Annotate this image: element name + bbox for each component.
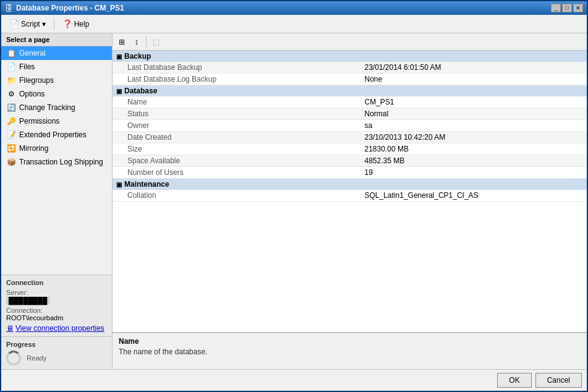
table-row: Status Normal bbox=[113, 108, 587, 120]
script-icon: 📄 bbox=[9, 19, 19, 28]
sidebar-item-change-tracking[interactable]: 🔄 Change Tracking bbox=[1, 101, 112, 114]
prop-label: Status bbox=[113, 108, 350, 120]
table-row: Name CM_PS1 bbox=[113, 96, 587, 108]
table-row: Date Created 23/10/2013 10:42:20 AM bbox=[113, 132, 587, 143]
connection-value: ROOT\lecourbadm bbox=[6, 314, 107, 322]
prop-value: None bbox=[350, 74, 587, 85]
progress-header: Progress bbox=[6, 341, 107, 348]
sidebar-item-options[interactable]: ⚙ Options bbox=[1, 87, 112, 101]
script-label: Script bbox=[21, 20, 40, 28]
progress-status: Ready bbox=[27, 354, 46, 362]
section-backup: ▣ Backup bbox=[113, 51, 587, 62]
toolbar: 📄 Script ▾ ❓ Help bbox=[1, 15, 587, 33]
options-icon: ⚙ bbox=[6, 89, 16, 99]
progress-spinner bbox=[6, 351, 21, 365]
table-row: Last Database Backup 23/01/2014 6:01:50 … bbox=[113, 62, 587, 74]
connection-label: Connection: bbox=[6, 307, 107, 314]
alphabetical-icon: ↕ bbox=[135, 37, 139, 46]
properties-area: ▣ Backup Last Database Backup 23/01/2014… bbox=[113, 51, 587, 332]
script-dropdown-icon: ▾ bbox=[42, 20, 46, 28]
transaction-log-icon: 📦 bbox=[6, 157, 16, 167]
ok-button[interactable]: OK bbox=[497, 373, 531, 388]
sidebar-item-label-files: Files bbox=[19, 62, 35, 71]
prop-value: 23/01/2014 6:01:50 AM bbox=[350, 62, 587, 74]
table-row: Owner sa bbox=[113, 120, 587, 132]
categorized-icon: ⊞ bbox=[119, 38, 125, 46]
permissions-icon: 🔑 bbox=[6, 116, 16, 126]
content-toolbar: ⊞ ↕ ⬚ bbox=[113, 33, 587, 51]
cancel-button[interactable]: Cancel bbox=[535, 373, 582, 388]
section-database: ▣ Database bbox=[113, 85, 587, 97]
sidebar-item-label-mirroring: Mirroring bbox=[19, 144, 48, 153]
properties-table: ▣ Backup Last Database Backup 23/01/2014… bbox=[113, 51, 587, 202]
progress-section: Progress Ready bbox=[1, 336, 112, 369]
table-row: Collation SQL_Latin1_General_CP1_CI_AS bbox=[113, 190, 587, 202]
toolbar-separator bbox=[54, 18, 54, 30]
sidebar-item-files[interactable]: 📄 Files bbox=[1, 60, 112, 74]
files-icon: 📄 bbox=[6, 62, 16, 72]
main-body: Select a page 📋 General 📄 Files 📁 Filegr… bbox=[1, 33, 587, 369]
script-button[interactable]: 📄 Script ▾ bbox=[5, 17, 50, 30]
database-section-title: Database bbox=[124, 87, 157, 95]
extended-properties-icon: 📝 bbox=[6, 130, 16, 140]
property-pages-button: ⬚ bbox=[149, 35, 163, 49]
database-section-header: ▣ Database bbox=[113, 85, 587, 96]
maximize-button[interactable]: □ bbox=[562, 4, 572, 12]
categorized-view-button[interactable]: ⊞ bbox=[115, 35, 129, 49]
sidebar: Select a page 📋 General 📄 Files 📁 Filegr… bbox=[1, 33, 113, 369]
alphabetical-view-button[interactable]: ↕ bbox=[130, 35, 143, 49]
minimize-button[interactable]: _ bbox=[551, 4, 561, 12]
sidebar-item-general[interactable]: 📋 General bbox=[1, 46, 112, 60]
table-row: Number of Users 19 bbox=[113, 167, 587, 179]
table-row: Space Available 4852.35 MB bbox=[113, 155, 587, 167]
sidebar-item-label-permissions: Permissions bbox=[19, 117, 59, 126]
sidebar-item-label-filegroups: Filegroups bbox=[19, 76, 54, 85]
title-bar-controls: _ □ ✕ bbox=[551, 4, 583, 12]
table-row: Last Database Log Backup None bbox=[113, 74, 587, 85]
table-row: Size 21830.00 MB bbox=[113, 143, 587, 155]
change-tracking-icon: 🔄 bbox=[6, 103, 16, 113]
mirroring-icon: 🔁 bbox=[6, 143, 16, 153]
prop-label: Collation bbox=[113, 190, 350, 202]
property-pages-icon: ⬚ bbox=[153, 38, 160, 46]
content-area: ⊞ ↕ ⬚ ▣ bbox=[113, 33, 587, 369]
help-icon: ❓ bbox=[62, 19, 72, 28]
close-button[interactable]: ✕ bbox=[573, 4, 583, 12]
help-button[interactable]: ❓ Help bbox=[58, 17, 94, 30]
prop-value: 4852.35 MB bbox=[350, 155, 587, 167]
sidebar-item-transaction-log-shipping[interactable]: 📦 Transaction Log Shipping bbox=[1, 155, 112, 169]
prop-label: Last Database Log Backup bbox=[113, 74, 350, 85]
connection-link-icon: 🖥 bbox=[6, 324, 14, 333]
prop-value: sa bbox=[350, 120, 587, 132]
server-value: ████████ bbox=[6, 297, 49, 304]
sidebar-item-permissions[interactable]: 🔑 Permissions bbox=[1, 114, 112, 128]
footer: OK Cancel bbox=[1, 369, 587, 391]
maintenance-section-header: ▣ Maintenance bbox=[113, 179, 587, 190]
prop-label: Number of Users bbox=[113, 167, 350, 179]
maintenance-section-title: Maintenance bbox=[124, 180, 169, 189]
backup-section-header: ▣ Backup bbox=[113, 51, 587, 62]
window-icon: 🗄 bbox=[5, 4, 13, 13]
sidebar-item-filegroups[interactable]: 📁 Filegroups bbox=[1, 74, 112, 87]
sidebar-item-mirroring[interactable]: 🔁 Mirroring bbox=[1, 142, 112, 155]
sidebar-item-extended-properties[interactable]: 📝 Extended Properties bbox=[1, 128, 112, 142]
sidebar-item-label-general: General bbox=[19, 49, 46, 58]
sidebar-item-label-extended-properties: Extended Properties bbox=[19, 130, 87, 139]
filegroups-icon: 📁 bbox=[6, 75, 16, 85]
prop-label: Last Database Backup bbox=[113, 62, 350, 74]
maintenance-collapse-icon[interactable]: ▣ bbox=[116, 181, 122, 188]
sidebar-header: Select a page bbox=[1, 33, 112, 46]
backup-collapse-icon[interactable]: ▣ bbox=[116, 53, 122, 60]
prop-label: Name bbox=[113, 96, 350, 108]
connection-section: Connection Server: ████████ Connection: … bbox=[1, 275, 112, 336]
prop-label: Space Available bbox=[113, 155, 350, 167]
title-bar: 🗄 Database Properties - CM_PS1 _ □ ✕ bbox=[1, 1, 587, 15]
prop-value: 23/10/2013 10:42:20 AM bbox=[350, 132, 587, 143]
prop-label: Owner bbox=[113, 120, 350, 132]
title-bar-left: 🗄 Database Properties - CM_PS1 bbox=[5, 4, 124, 13]
backup-section-title: Backup bbox=[124, 52, 151, 61]
progress-indicator: Ready bbox=[6, 351, 107, 365]
database-collapse-icon[interactable]: ▣ bbox=[116, 88, 122, 95]
view-connection-properties-link[interactable]: 🖥 View connection properties bbox=[6, 324, 107, 333]
prop-label: Size bbox=[113, 143, 350, 155]
